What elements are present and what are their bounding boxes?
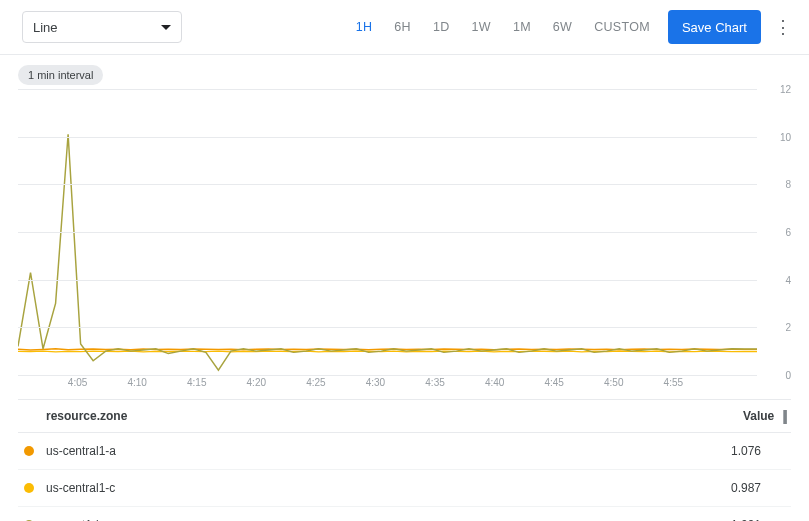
legend-table: resource.zone Value ||| us-central1-a1.0…	[0, 393, 809, 521]
grid-line	[18, 89, 757, 90]
grid-line	[18, 137, 757, 138]
range-1m[interactable]: 1M	[513, 20, 531, 34]
x-tick: 4:45	[544, 377, 563, 388]
toolbar: Line 1H6H1D1W1M6WCUSTOM Save Chart ⋮	[0, 0, 809, 54]
caret-down-icon	[161, 25, 171, 30]
range-1w[interactable]: 1W	[472, 20, 491, 34]
x-tick: 4:55	[664, 377, 683, 388]
save-chart-button[interactable]: Save Chart	[668, 10, 761, 44]
x-tick: 4:30	[366, 377, 385, 388]
range-custom[interactable]: CUSTOM	[594, 20, 650, 34]
x-tick: 4:25	[306, 377, 325, 388]
grid-line	[18, 184, 757, 185]
legend-row[interactable]: us-east1-b1.091	[18, 507, 791, 521]
grid-line	[18, 327, 757, 328]
y-tick: 4	[761, 274, 791, 285]
x-axis: 4:054:104:154:204:254:304:354:404:454:50…	[18, 377, 791, 393]
series-us-east1-b	[18, 134, 757, 370]
legend-series-value: 1.076	[731, 444, 761, 458]
range-6w[interactable]: 6W	[553, 20, 572, 34]
columns-icon[interactable]: |||	[782, 408, 785, 424]
grid-line	[18, 375, 757, 376]
y-tick: 2	[761, 322, 791, 333]
legend-row[interactable]: us-central1-a1.076	[18, 433, 791, 470]
legend-swatch	[24, 446, 34, 456]
range-1h[interactable]: 1H	[356, 20, 373, 34]
x-tick: 4:50	[604, 377, 623, 388]
y-tick: 6	[761, 227, 791, 238]
legend-value-label: Value	[743, 409, 774, 423]
x-tick: 4:15	[187, 377, 206, 388]
legend-series-name: us-central1-c	[46, 481, 115, 495]
chart-type-label: Line	[33, 20, 58, 35]
x-tick: 4:35	[425, 377, 444, 388]
range-1d[interactable]: 1D	[433, 20, 450, 34]
line-chart[interactable]: 024681012	[18, 89, 791, 375]
legend-series-name: us-central1-a	[46, 444, 116, 458]
legend-row[interactable]: us-central1-c0.987	[18, 470, 791, 507]
legend-group-label: resource.zone	[46, 409, 127, 423]
chart-type-select[interactable]: Line	[22, 11, 182, 43]
x-tick: 4:40	[485, 377, 504, 388]
legend-swatch	[24, 483, 34, 493]
x-tick: 4:20	[247, 377, 266, 388]
legend-series-value: 0.987	[731, 481, 761, 495]
y-tick: 8	[761, 179, 791, 190]
grid-line	[18, 280, 757, 281]
legend-header: resource.zone Value |||	[18, 399, 791, 433]
x-tick: 4:05	[68, 377, 87, 388]
y-tick: 10	[761, 131, 791, 142]
more-options-icon[interactable]: ⋮	[771, 18, 795, 36]
x-tick: 4:10	[127, 377, 146, 388]
chart-area: 024681012 4:054:104:154:204:254:304:354:…	[0, 89, 809, 393]
y-tick: 12	[761, 84, 791, 95]
time-range-tabs: 1H6H1D1W1M6WCUSTOM	[356, 20, 650, 34]
range-6h[interactable]: 6H	[394, 20, 411, 34]
interval-chip: 1 min interval	[18, 65, 103, 85]
grid-line	[18, 232, 757, 233]
